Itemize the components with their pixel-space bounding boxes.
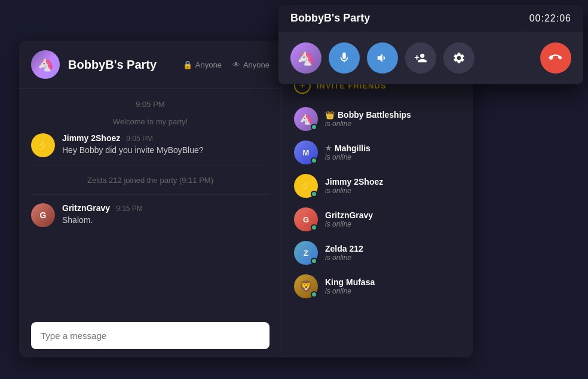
chat-input-area <box>19 314 281 357</box>
privacy-eye: 👁 Anyone <box>232 60 270 69</box>
settings-icon <box>452 51 466 65</box>
mic-icon <box>338 51 351 65</box>
avatar-gritz: G <box>31 203 55 227</box>
header-meta: 🔒 Anyone 👁 Anyone <box>183 60 270 69</box>
join-message-zelda: Zelda 212 joined the party (9:11 PM) <box>31 171 270 189</box>
privacy-eye-label: Anyone <box>243 60 270 69</box>
message-content-gritz: GritznGravy 9:15 PM Shalom. <box>62 203 270 227</box>
member-status-jimmy: is online <box>325 187 461 195</box>
member-name-gritz: GritznGravy <box>325 210 461 220</box>
member-info-bobby: 👑 Bobby Battleships is online <box>325 110 461 128</box>
member-status-king: is online <box>325 287 461 295</box>
call-controls: 🦄 <box>278 32 583 84</box>
settings-button[interactable] <box>443 42 474 74</box>
mute-button[interactable] <box>329 42 360 74</box>
member-info-gritz: GritznGravy is online <box>325 210 461 228</box>
call-title: BobbyB's Party <box>290 12 370 25</box>
member-name-jimmy: Jimmy 2Shoez <box>325 177 461 187</box>
member-avatar-wrap-jimmy: ⚡ <box>294 174 318 198</box>
member-item-mah: M ★ Mahgillis is online <box>282 136 473 169</box>
member-avatar-wrap-king: 🦁 <box>294 274 318 298</box>
eye-icon: 👁 <box>232 60 240 69</box>
divider-1 <box>31 166 270 166</box>
member-info-zelda: Zelda 212 is online <box>325 244 461 262</box>
lock-icon: 🔒 <box>183 60 192 69</box>
msg-name-gritz: GritznGravy <box>62 203 110 213</box>
online-dot-gritz <box>311 224 317 231</box>
member-name-bobby: 👑 Bobby Battleships <box>325 110 461 120</box>
chat-left-panel: 🦄 BobbyB's Party 🔒 Anyone 👁 Anyone 9:05 … <box>19 41 282 357</box>
member-item-zelda: Z Zelda 212 is online <box>282 236 473 270</box>
online-dot-zelda <box>311 258 317 264</box>
speaker-icon <box>376 51 389 65</box>
add-user-button[interactable] <box>405 42 436 74</box>
hangup-icon <box>546 48 565 67</box>
avatar-jimmy: ⚡ <box>31 133 55 157</box>
message-jimmy: ⚡ Jimmy 2Shoez 9:05 PM Hey Bobby did you… <box>31 130 270 161</box>
privacy-lock: 🔒 Anyone <box>183 60 222 69</box>
online-dot-king <box>311 291 317 298</box>
crown-icon: 👑 <box>325 111 335 120</box>
chat-title: BobbyB's Party <box>68 58 174 72</box>
member-status-gritz: is online <box>325 220 461 228</box>
online-dot-mah <box>311 157 317 164</box>
msg-text-gritz: Shalom. <box>62 215 270 227</box>
chat-input[interactable] <box>31 322 270 349</box>
msg-time-jimmy: 9:05 PM <box>126 135 153 143</box>
member-status-zelda: is online <box>325 253 461 262</box>
online-dot-jimmy <box>311 191 317 197</box>
member-avatar-wrap-zelda: Z <box>294 241 318 265</box>
member-info-jimmy: Jimmy 2Shoez is online <box>325 177 461 195</box>
msg-text-jimmy: Hey Bobby did you invite MyBoyBlue? <box>62 145 270 157</box>
call-timer: 00:22:06 <box>529 13 571 24</box>
divider-2 <box>31 194 270 195</box>
member-item-king: 🦁 King Mufasa is online <box>282 270 473 303</box>
member-item-jimmy: ⚡ Jimmy 2Shoez is online <box>282 169 473 203</box>
call-overlay: BobbyB's Party 00:22:06 🦄 <box>278 5 583 84</box>
member-item-gritz: G GritznGravy is online <box>282 203 473 236</box>
member-name-zelda: Zelda 212 <box>325 244 461 253</box>
member-status-mah: is online <box>325 153 461 161</box>
welcome-message: Welcome to my party! <box>31 117 270 126</box>
privacy-lock-label: Anyone <box>195 60 222 69</box>
msg-time-gritz: 9:15 PM <box>116 204 143 213</box>
party-panel: THIS PARTY (6) In Party ▾ + INVITE FRIEN… <box>282 41 473 357</box>
member-info-king: King Mufasa is online <box>325 277 461 295</box>
member-item-bobby: 🦄 👑 Bobby Battleships is online <box>282 102 473 136</box>
member-status-bobby: is online <box>325 120 461 128</box>
online-dot-bobby <box>311 124 317 130</box>
system-timestamp: 9:05 PM <box>31 100 270 109</box>
star-icon-mah: ★ <box>325 144 332 152</box>
member-avatar-wrap-gritz: G <box>294 207 318 231</box>
message-gritz: G GritznGravy 9:15 PM Shalom. <box>31 200 270 231</box>
add-user-icon <box>414 51 427 65</box>
message-content-jimmy: Jimmy 2Shoez 9:05 PM Hey Bobby did you i… <box>62 133 270 157</box>
member-avatar-wrap-bobby: 🦄 <box>294 107 318 131</box>
chat-header: 🦄 BobbyB's Party 🔒 Anyone 👁 Anyone <box>19 41 281 89</box>
chat-body: 9:05 PM Welcome to my party! ⚡ Jimmy 2Sh… <box>19 89 281 314</box>
chat-window: 🦄 BobbyB's Party 🔒 Anyone 👁 Anyone 9:05 … <box>19 41 473 357</box>
call-party-avatar: 🦄 <box>290 42 321 74</box>
member-avatar-wrap-mah: M <box>294 140 318 164</box>
member-list: 🦄 👑 Bobby Battleships is online M <box>282 102 473 348</box>
party-avatar: 🦄 <box>31 50 60 79</box>
member-info-mah: ★ Mahgillis is online <box>325 143 461 161</box>
hangup-button[interactable] <box>540 42 571 74</box>
member-name-king: King Mufasa <box>325 277 461 287</box>
speaker-button[interactable] <box>367 42 398 74</box>
call-header: BobbyB's Party 00:22:06 <box>278 5 583 32</box>
msg-name-jimmy: Jimmy 2Shoez <box>62 133 120 143</box>
member-name-mah: ★ Mahgillis <box>325 143 461 153</box>
